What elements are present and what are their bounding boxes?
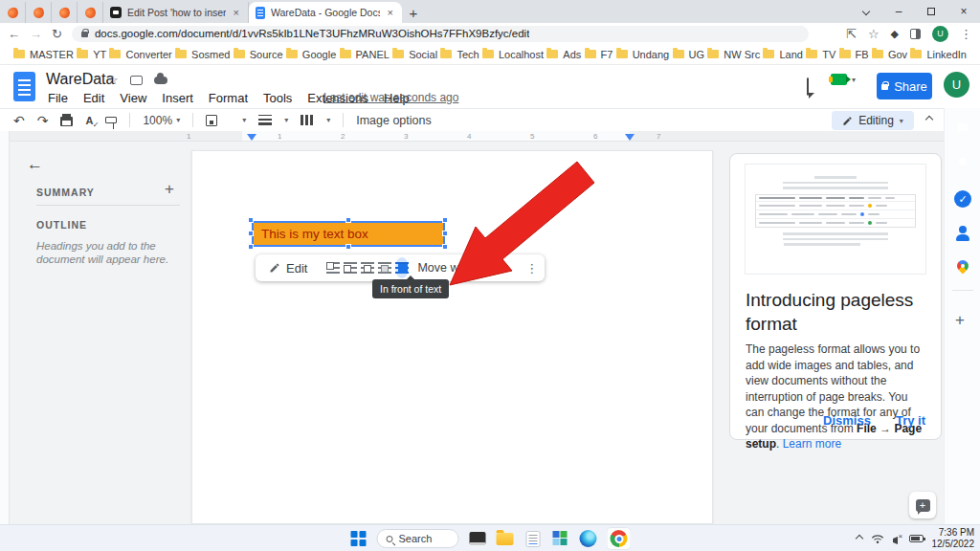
edit-drawing-button[interactable]: Edit <box>263 261 313 276</box>
bookmark-item[interactable]: Ads <box>546 49 581 60</box>
tab-search-icon[interactable] <box>850 0 882 23</box>
bookmark-item[interactable]: Land <box>763 49 802 60</box>
side-panel-icon[interactable] <box>910 29 921 39</box>
tab-close-icon[interactable]: × <box>232 7 241 18</box>
menu-item[interactable]: View <box>114 90 152 106</box>
pinned-tab[interactable] <box>52 2 78 23</box>
break-text-button[interactable] <box>361 257 374 278</box>
star-document-icon[interactable]: ☆ <box>107 73 119 87</box>
bookmark-item[interactable]: Social <box>392 49 437 60</box>
bookmark-item[interactable]: Tech <box>440 49 479 60</box>
bookmark-item[interactable]: Undang <box>616 49 670 60</box>
browser-tab-active[interactable]: WareData - Google Docs × <box>249 2 402 23</box>
editing-mode-button[interactable]: Editing ▾ <box>832 111 914 130</box>
spellcheck-icon[interactable]: A <box>85 115 93 126</box>
get-add-ons-icon[interactable]: + <box>955 311 965 330</box>
behind-text-button[interactable] <box>378 257 391 278</box>
file-explorer-icon[interactable] <box>496 529 515 548</box>
learn-more-link[interactable]: Learn more <box>783 437 841 451</box>
resize-handle[interactable] <box>442 244 448 250</box>
resize-handle[interactable] <box>248 244 254 250</box>
window-maximize-button[interactable] <box>915 0 947 23</box>
new-tab-button[interactable]: + <box>402 2 425 23</box>
crop-icon[interactable] <box>206 115 217 126</box>
forward-icon[interactable]: → <box>30 27 42 41</box>
resize-handle[interactable] <box>442 217 448 223</box>
bookmark-item[interactable]: MASTER <box>13 49 74 60</box>
border-dash-icon[interactable] <box>301 115 314 125</box>
wrap-in-line-button[interactable] <box>326 257 340 278</box>
bookmark-item[interactable]: Localhost <box>482 49 544 60</box>
close-outline-icon[interactable]: ← <box>27 155 43 174</box>
reload-icon[interactable]: ↻ <box>52 27 62 41</box>
bookmark-star-icon[interactable]: ☆ <box>868 27 880 41</box>
volume-muted-icon[interactable] <box>893 535 901 542</box>
bookmark-item[interactable]: PANEL <box>340 49 390 60</box>
move-with-text-dropdown[interactable]: Move with text ▾ <box>412 261 508 275</box>
bookmark-item[interactable]: YT <box>77 49 106 60</box>
border-weight-icon[interactable] <box>258 115 272 125</box>
image-options-button[interactable]: Image options <box>356 114 432 127</box>
bookmark-item[interactable]: Source <box>234 49 283 60</box>
bookmark-item[interactable]: UG <box>673 49 705 60</box>
browser-menu-icon[interactable]: ⋮ <box>960 27 972 41</box>
wrap-text-button[interactable] <box>344 257 357 278</box>
document-page[interactable] <box>191 150 713 524</box>
bookmark-item[interactable]: NW Src <box>707 49 760 60</box>
meet-button[interactable]: ▾ <box>831 74 856 85</box>
document-status-cloud-icon[interactable] <box>154 77 167 84</box>
resize-handle[interactable] <box>345 244 351 250</box>
taskbar-search[interactable]: Search <box>377 529 459 548</box>
document-title[interactable]: WareData <box>46 71 114 88</box>
battery-icon[interactable] <box>909 535 924 542</box>
bookmark-item[interactable]: FB <box>839 49 869 60</box>
pinned-tab[interactable] <box>0 2 26 23</box>
wifi-icon[interactable] <box>871 534 884 544</box>
try-it-button[interactable]: Try it <box>896 413 925 428</box>
resize-handle[interactable] <box>248 231 254 236</box>
add-summary-icon[interactable]: + <box>165 180 174 199</box>
print-icon[interactable] <box>60 117 73 126</box>
move-to-folder-icon[interactable] <box>130 76 143 85</box>
redo-icon[interactable]: ↷ <box>37 114 49 127</box>
bookmark-item[interactable]: Gov <box>872 49 907 60</box>
right-margin-marker[interactable] <box>625 134 635 141</box>
window-minimize-button[interactable]: – <box>882 0 915 23</box>
menu-item[interactable]: Tools <box>257 90 298 106</box>
zoom-control[interactable]: 100%▾ <box>143 114 180 127</box>
share-page-icon[interactable]: ⇱ <box>846 27 857 41</box>
browser-profile-avatar[interactable]: U <box>932 26 948 42</box>
chrome-icon-active[interactable] <box>607 527 632 550</box>
account-avatar[interactable]: U <box>944 72 969 98</box>
dismiss-button[interactable]: Dismiss <box>823 413 871 428</box>
hide-menus-icon[interactable] <box>925 116 933 123</box>
extensions-icon[interactable]: ◆ <box>891 28 899 40</box>
taskbar-clock[interactable]: 7:36 PM 12/5/2022 <box>932 527 975 550</box>
more-options-icon[interactable]: ⋮ <box>522 261 542 276</box>
last-edit-status[interactable]: Last edit was seconds ago <box>323 91 458 104</box>
menu-item[interactable]: Edit <box>78 90 110 106</box>
horizontal-ruler[interactable]: 1 1 2 3 4 5 6 7 <box>10 131 944 142</box>
bookmark-item[interactable]: Sosmed <box>175 49 230 60</box>
bookmark-item[interactable]: Google <box>286 49 336 60</box>
bookmark-item[interactable]: F7 <box>585 49 613 60</box>
paint-format-icon[interactable] <box>105 117 117 123</box>
google-docs-logo[interactable] <box>13 72 35 101</box>
window-close-button[interactable]: × <box>947 0 980 23</box>
resize-handle[interactable] <box>442 231 448 236</box>
resize-handle[interactable] <box>345 217 351 223</box>
taskbar-app-grid[interactable] <box>551 529 570 548</box>
tasks-icon[interactable]: ✓ <box>954 190 971 208</box>
bookmark-item[interactable]: LinkedIn <box>910 49 967 60</box>
back-icon[interactable]: ← <box>8 27 20 41</box>
resize-handle[interactable] <box>248 217 254 223</box>
taskbar-app-dark[interactable] <box>468 529 487 548</box>
url-omnibox[interactable]: docs.google.com/document/d/1vvRs5kIb1LNe… <box>72 26 809 42</box>
edge-icon[interactable] <box>579 529 598 548</box>
menu-item[interactable]: Insert <box>156 90 199 106</box>
undo-icon[interactable]: ↶ <box>13 114 25 127</box>
browser-tab-inactive[interactable]: Edit Post 'how to insert text box × <box>103 2 249 23</box>
pinned-tab[interactable] <box>26 2 52 23</box>
tray-show-hidden-icon[interactable] <box>855 535 862 542</box>
left-margin-marker[interactable] <box>247 134 256 141</box>
